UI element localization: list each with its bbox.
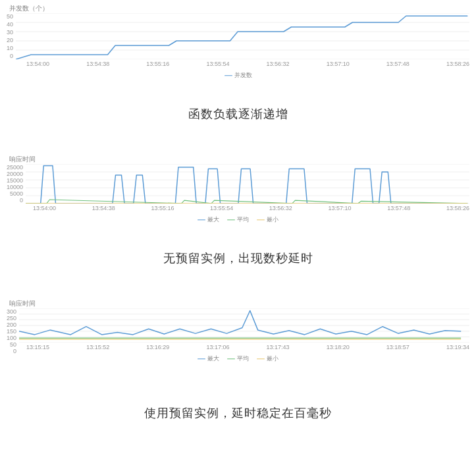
caption: 无预留实例，出现数秒延时 (0, 250, 476, 266)
chart-svg (19, 308, 469, 343)
x-axis: 13:15:1513:15:5213:16:2913:17:0613:17:43… (26, 344, 469, 350)
chart-title: 并发数（个） (9, 4, 469, 13)
legend-swatch-icon (227, 357, 235, 361)
plot-area (19, 308, 469, 343)
legend-label: 最小 (267, 354, 278, 363)
chart-2: 响应时间 2500020000150001000050000 13:54:001… (0, 151, 476, 227)
chart-title: 响应时间 (9, 155, 469, 164)
legend-label: 平均 (237, 215, 249, 224)
y-axis: 50403020100 (7, 13, 16, 59)
legend-item: 最小 (257, 215, 278, 224)
chart-3: 响应时间 300250200150100500 13:15:1513:15:52… (0, 295, 476, 366)
plot-wrap: 2500020000150001000050000 (7, 164, 469, 204)
legend-swatch-icon (257, 357, 265, 361)
plot-area (26, 164, 469, 204)
plot-wrap: 300250200150100500 (7, 308, 469, 343)
legend-label: 并发数 (234, 71, 252, 80)
legend-label: 最大 (207, 215, 219, 224)
caption: 函数负载逐渐递增 (0, 106, 476, 122)
legend-label: 最大 (207, 354, 219, 363)
legend-label: 最小 (267, 215, 278, 224)
legend: 并发数 (7, 71, 469, 80)
legend-swatch-icon (198, 218, 205, 222)
legend-swatch-icon (257, 218, 265, 222)
legend-item: 平均 (227, 215, 249, 224)
legend-item: 最大 (198, 354, 219, 363)
legend-item: 最小 (257, 354, 278, 363)
plot-wrap: 50403020100 (7, 13, 469, 59)
y-axis: 300250200150100500 (7, 308, 19, 343)
legend-label: 平均 (237, 354, 249, 363)
chart-svg (16, 13, 469, 59)
legend-swatch-icon (198, 357, 205, 361)
x-axis: 13:54:0013:54:3813:55:1613:55:5413:56:32… (26, 61, 469, 67)
chart-title: 响应时间 (9, 299, 469, 308)
caption: 使用预留实例，延时稳定在百毫秒 (0, 405, 476, 421)
x-axis: 13:54:0013:54:3813:55:1613:55:5413:56:32… (33, 205, 469, 211)
legend-item: 平均 (227, 354, 249, 363)
legend-item: 最大 (198, 215, 219, 224)
chart-1: 并发数（个） 50403020100 13:54:0013:54:3813:55… (0, 0, 476, 82)
y-axis: 2500020000150001000050000 (7, 164, 26, 204)
chart-svg (26, 164, 469, 204)
legend-item: 并发数 (225, 71, 252, 80)
plot-area (16, 13, 469, 59)
legend-swatch-icon (227, 218, 235, 222)
legend: 最大 平均 最小 (7, 354, 469, 363)
legend-swatch-icon (225, 74, 232, 78)
legend: 最大 平均 最小 (7, 215, 469, 224)
